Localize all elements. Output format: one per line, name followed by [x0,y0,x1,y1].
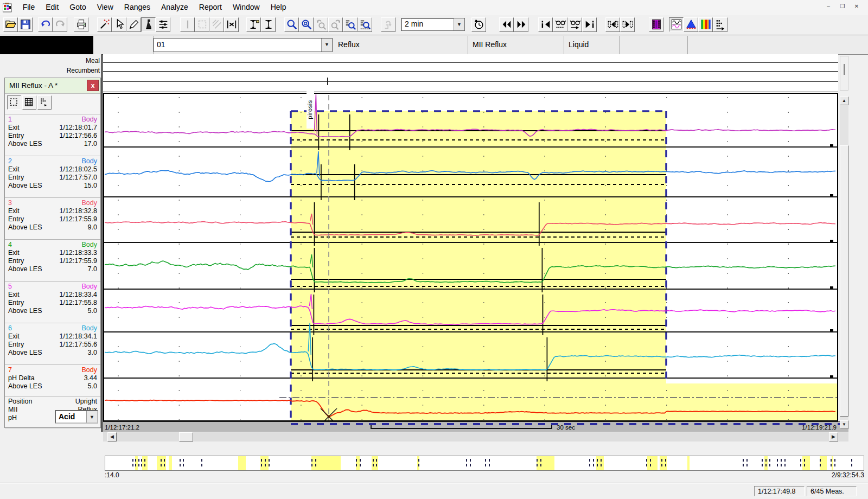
menu-goto[interactable]: Goto [64,0,91,14]
overview-tick [851,464,852,466]
wand-button[interactable] [97,17,112,32]
zoom-eq-button[interactable] [343,17,358,32]
waveform-chart[interactable]: pirosis [103,93,838,421]
v-expand-button[interactable] [261,17,276,32]
menu-help[interactable]: Help [265,0,292,14]
zoom-eq-all-button[interactable] [358,17,372,32]
sidebar-divider [101,54,103,432]
block-next-button[interactable] [620,17,635,32]
channel-7-info[interactable]: 7BodypH Delta3.44Above LES5.0 [5,364,100,396]
sliders-button[interactable] [156,17,170,32]
block-prev-button[interactable] [605,17,620,32]
horizontal-scrollbar[interactable]: ◀ ▶ [103,432,848,442]
channel-field-value: 3.0 [88,349,97,357]
interval-select[interactable]: 2 min▼ [401,18,465,31]
undo-button[interactable] [38,17,53,32]
wand-icon [99,18,111,30]
select-arrow-icon [113,18,125,30]
overview-strip[interactable] [105,456,864,471]
menu-edit[interactable]: Edit [40,0,64,14]
channel-site: Body [82,283,98,291]
vbar-button [180,17,195,32]
minimize-button[interactable]: – [822,2,834,11]
overview-tick [180,464,181,466]
channel-number: 1 [8,116,12,123]
channel-field-label: Above LES [8,382,42,390]
overview-event-band [832,456,833,470]
scroll-left-icon[interactable]: ◀ [107,432,117,442]
close-button[interactable]: ✕ [851,2,863,11]
composite-view-button[interactable] [713,17,727,32]
select-region-button[interactable] [7,95,21,110]
channel-3-info[interactable]: 3BodyExit1/12:18:32.8Entry1/12:17:55.9Ab… [5,197,100,239]
menu-window[interactable]: Window [227,0,265,14]
scroll-down-icon[interactable]: ▼ [840,420,848,429]
overview-tick [540,464,541,466]
last-event-icon [584,18,596,30]
segment-select[interactable]: 01 ▼ [154,38,333,52]
history-clock-icon [473,18,485,30]
chevron-down-icon[interactable]: ▼ [86,411,97,423]
zoom-reset-button[interactable] [299,17,314,32]
scalpel-button[interactable] [126,17,141,32]
spectrum-view-button[interactable] [698,17,713,32]
channel-5-info[interactable]: 5BodyExit1/12:18:33.4Entry1/12:17:55.8Ab… [5,281,100,323]
menu-report[interactable]: Report [194,0,227,14]
open-button[interactable] [3,17,18,32]
chevron-down-icon[interactable]: ▼ [454,18,464,30]
main-toolbar: 2 min▼ [0,15,868,36]
panel-header[interactable]: MII Reflux - A * x [5,78,100,94]
restore-button[interactable]: ❐ [837,2,848,11]
menu-ranges[interactable]: Ranges [119,0,156,14]
menu-analyze[interactable]: Analyze [156,0,194,14]
overview-tick [831,459,832,462]
channel-2-info[interactable]: 2BodyExit1/12:18:02.5Entry1/12:17:57.0Ab… [5,156,100,197]
zoom-in-button[interactable] [284,17,299,32]
export-data-button[interactable] [37,95,52,110]
threshold-view-button[interactable] [684,17,698,32]
prev-page-button[interactable] [499,17,514,32]
menu-view[interactable]: View [92,0,119,14]
zoom-eq-all-icon [359,18,371,30]
waveform-view-button[interactable] [669,17,684,32]
channel-1-info[interactable]: 1BodyExit1/12:18:01.7Entry1/12:17:56.6Ab… [5,114,100,156]
overview-tick [144,464,145,466]
channel-4-info[interactable]: 4BodyExit1/12:18:33.3Entry1/12:17:55.9Ab… [5,239,100,281]
tracks-mini-scrollbar[interactable] [840,56,848,91]
interval-value: 2 min [401,18,423,28]
scrollbar-thumb[interactable] [840,145,848,417]
channel-field-value: 15.0 [84,182,97,190]
v-expand-lock-button[interactable] [246,17,261,32]
history-clock-button[interactable] [471,17,486,32]
scrollbar-thumb[interactable] [179,432,193,442]
scroll-right-icon[interactable]: ▶ [829,432,838,442]
overview-tick [311,464,312,466]
overview-tick [135,464,136,466]
ph-mode-select[interactable]: Acid ▼ [55,410,98,424]
chevron-down-icon[interactable]: ▼ [321,39,332,52]
ph-label: pH [8,414,17,421]
select-arrow-button[interactable] [112,17,126,32]
vertical-scrollbar[interactable]: ▲ ▼ [840,97,848,429]
menu-file[interactable]: File [17,0,41,14]
menu-items: FileEditGotoViewRangesAnalyzeReportWindo… [17,3,292,11]
hatch-button [209,17,224,32]
first-event-button[interactable] [538,17,553,32]
scroll-up-icon[interactable]: ▲ [840,97,848,105]
delete-marker-button[interactable] [224,17,239,32]
last-event-button[interactable] [582,17,597,32]
marker-tool-button[interactable] [141,17,156,32]
filmstrip-button[interactable] [649,17,663,32]
channel-field-value: 1/12:18:33.4 [59,291,97,299]
glasses-next-button[interactable] [567,17,582,32]
save-button[interactable] [18,17,33,32]
overview-tick [269,464,270,466]
next-page-button[interactable] [514,17,528,32]
table-view-button[interactable] [22,95,36,110]
channel-6-info[interactable]: 6BodyExit1/12:18:34.1Entry1/12:17:55.6Ab… [5,323,100,364]
panel-close-icon[interactable]: x [87,80,99,91]
overview-tick [360,459,361,462]
overview-tick [141,464,142,466]
print-button[interactable] [74,17,88,32]
glasses-prev-button[interactable] [553,17,567,32]
